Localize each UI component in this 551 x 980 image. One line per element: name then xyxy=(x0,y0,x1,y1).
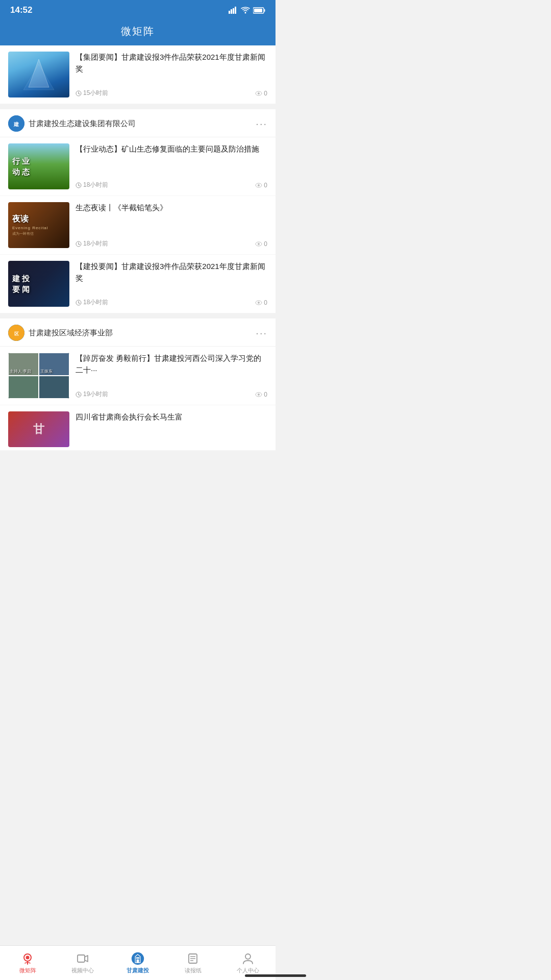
article-thumbnail: 甘 xyxy=(8,411,69,447)
article-thumbnail: 主持人 李启 王振东 xyxy=(8,353,69,399)
article-time: 19小时前 xyxy=(76,390,108,399)
svg-point-14 xyxy=(258,92,260,94)
article-content: 四川省甘肃商会执行会长马生富 xyxy=(76,411,267,447)
article-item[interactable]: 甘 四川省甘肃商会执行会长马生富 xyxy=(0,405,276,451)
signal-icon xyxy=(229,7,238,14)
status-time: 14:52 xyxy=(10,5,32,15)
account-section-2: 区 甘肃建投区域经济事业部 ··· 主持人 李启 王振东 xyxy=(0,318,276,451)
svg-marker-9 xyxy=(23,64,54,90)
article-item[interactable]: 夜读 Evening Recital 成为一眸有信 生态夜读丨《半截铅笔头》 1… xyxy=(0,196,276,255)
account-info-1: 建 甘肃建投生态建设集团有限公司 xyxy=(8,115,136,132)
article-content: 【行业动态】矿山生态修复面临的主要问题及防治措施 18小时前 0 xyxy=(76,143,267,189)
article-meta: 18小时前 0 xyxy=(76,239,267,248)
account-name-2: 甘肃建投区域经济事业部 xyxy=(29,328,113,338)
feed: 【集团要闻】甘肃建设报3件作品荣获2021年度甘肃新闻奖 15小时前 0 xyxy=(0,45,276,497)
svg-line-29 xyxy=(79,303,80,303)
article-thumbnail: 夜读 Evening Recital 成为一眸有信 xyxy=(8,202,69,248)
article-content: 【踔厉奋发 勇毅前行】甘肃建投河西公司深入学习党的二十··· 19小时前 0 xyxy=(76,353,267,399)
header-title: 微矩阵 xyxy=(121,26,155,37)
article-title: 【集团要闻】甘肃建设报3件作品荣获2021年度甘肃新闻奖 xyxy=(76,52,267,85)
article-thumbnail xyxy=(8,52,69,97)
article-views: 0 xyxy=(255,391,267,398)
article-title: 【踔厉奋发 勇毅前行】甘肃建投河西公司深入学习党的二十··· xyxy=(76,353,267,386)
svg-rect-0 xyxy=(229,11,230,14)
article-title: 【行业动态】矿山生态修复面临的主要问题及防治措施 xyxy=(76,143,267,177)
article-views: 0 xyxy=(255,240,267,248)
article-time: 18小时前 xyxy=(76,298,108,307)
svg-line-24 xyxy=(79,244,80,244)
account-avatar-1: 建 xyxy=(8,115,24,132)
svg-rect-2 xyxy=(233,8,234,14)
article-item[interactable]: 主持人 李启 王振东 【踔厉奋发 勇毅前行】甘肃建投河西公司深入学习党的二十··… xyxy=(0,347,276,405)
svg-rect-3 xyxy=(235,7,236,14)
article-meta: 18小时前 0 xyxy=(76,298,267,307)
account-header-1: 建 甘肃建投生态建设集团有限公司 ··· xyxy=(0,109,276,137)
article-item[interactable]: 建 投要 闻 【建投要闻】甘肃建设报3件作品荣获2021年度甘肃新闻奖 18小时… xyxy=(0,255,276,313)
eye-icon xyxy=(255,91,262,96)
svg-text:建: 建 xyxy=(13,121,19,127)
more-button-2[interactable]: ··· xyxy=(256,328,267,338)
article-thumbnail: 建 投要 闻 xyxy=(8,261,69,307)
svg-line-36 xyxy=(79,395,80,395)
thumb-text: 夜读 xyxy=(12,214,29,225)
svg-rect-1 xyxy=(231,9,232,14)
article-time: 15小时前 xyxy=(76,89,108,97)
status-icons xyxy=(229,7,265,14)
app-header: 微矩阵 xyxy=(0,19,276,45)
article-views: 0 xyxy=(255,299,267,306)
account-header-2: 区 甘肃建投区域经济事业部 ··· xyxy=(0,318,276,347)
article-time: 18小时前 xyxy=(76,239,108,248)
svg-point-4 xyxy=(245,12,246,14)
account-name-1: 甘肃建投生态建设集团有限公司 xyxy=(29,119,136,129)
account-avatar-2: 区 xyxy=(8,325,24,341)
svg-point-31 xyxy=(258,302,260,304)
clock-icon xyxy=(76,90,82,96)
article-meta: 19小时前 0 xyxy=(76,390,267,399)
svg-rect-7 xyxy=(264,9,265,12)
article-views: 0 xyxy=(255,90,267,97)
svg-rect-6 xyxy=(254,9,262,12)
thumb-text: 行 业动 态 xyxy=(12,156,30,177)
article-thumbnail: 行 业动 态 xyxy=(8,143,69,189)
article-time: 18小时前 xyxy=(76,181,108,189)
thumb-text: 建 投要 闻 xyxy=(12,273,30,295)
article-content: 【集团要闻】甘肃建设报3件作品荣获2021年度甘肃新闻奖 15小时前 0 xyxy=(76,52,267,97)
more-button-1[interactable]: ··· xyxy=(256,118,267,129)
thumb-subtext: Evening Recital xyxy=(12,226,48,230)
article-item[interactable]: 【集团要闻】甘肃建设报3件作品荣获2021年度甘肃新闻奖 15小时前 0 xyxy=(0,45,276,104)
article-views: 0 xyxy=(255,182,267,189)
svg-text:区: 区 xyxy=(14,331,19,336)
battery-icon xyxy=(253,7,265,14)
svg-line-12 xyxy=(79,93,80,94)
article-title: 四川省甘肃商会执行会长马生富 xyxy=(76,411,267,447)
account-info-2: 区 甘肃建投区域经济事业部 xyxy=(8,325,113,341)
account-section-1: 建 甘肃建投生态建设集团有限公司 ··· 行 业动 态 【行业动态】矿山生态修复… xyxy=(0,109,276,313)
svg-point-26 xyxy=(258,243,260,245)
svg-point-21 xyxy=(258,184,260,186)
article-item[interactable]: 行 业动 态 【行业动态】矿山生态修复面临的主要问题及防治措施 18小时前 0 xyxy=(0,137,276,196)
simple-article-section: 【集团要闻】甘肃建设报3件作品荣获2021年度甘肃新闻奖 15小时前 0 xyxy=(0,45,276,104)
article-content: 生态夜读丨《半截铅笔头》 18小时前 0 xyxy=(76,202,267,248)
article-content: 【建投要闻】甘肃建设报3件作品荣获2021年度甘肃新闻奖 18小时前 0 xyxy=(76,261,267,307)
article-meta: 18小时前 0 xyxy=(76,181,267,189)
article-title: 【建投要闻】甘肃建设报3件作品荣获2021年度甘肃新闻奖 xyxy=(76,261,267,294)
article-meta: 15小时前 0 xyxy=(76,89,267,97)
svg-point-38 xyxy=(258,394,260,396)
wifi-icon xyxy=(241,7,250,14)
svg-line-19 xyxy=(79,185,80,186)
article-title: 生态夜读丨《半截铅笔头》 xyxy=(76,202,267,235)
status-bar: 14:52 xyxy=(0,0,276,19)
